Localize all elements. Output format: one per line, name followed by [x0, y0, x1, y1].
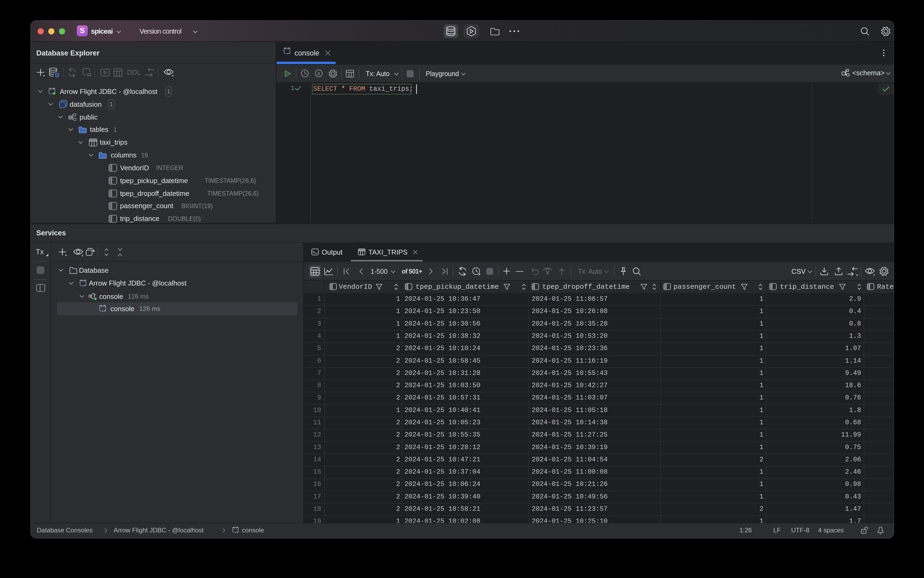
svg-text:p: p: [318, 71, 320, 76]
